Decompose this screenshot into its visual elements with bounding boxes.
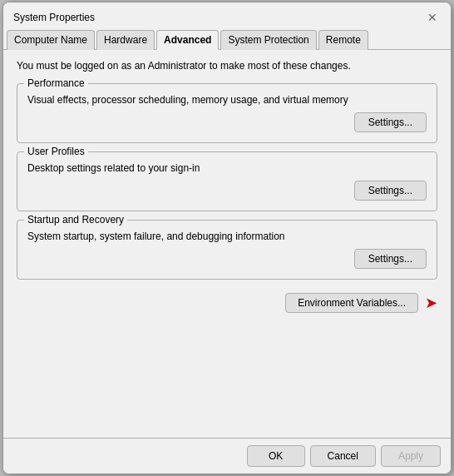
close-button[interactable]: ✕ xyxy=(424,9,441,26)
environment-variables-row: Environment Variables... ➤ xyxy=(17,293,437,313)
tab-bar: Computer Name Hardware Advanced System P… xyxy=(3,26,451,50)
user-profiles-settings-button[interactable]: Settings... xyxy=(354,181,427,201)
title-bar: System Properties ✕ xyxy=(3,2,451,26)
startup-recovery-settings-row: Settings... xyxy=(27,249,427,269)
startup-recovery-label: Startup and Recovery xyxy=(24,214,127,226)
tab-remote[interactable]: Remote xyxy=(318,30,368,50)
performance-group: Performance Visual effects, processor sc… xyxy=(17,83,437,143)
user-profiles-settings-row: Settings... xyxy=(27,181,427,201)
arrow-icon: ➤ xyxy=(425,294,437,312)
tab-content: You must be logged on as an Administrato… xyxy=(3,50,451,438)
tab-hardware[interactable]: Hardware xyxy=(96,30,155,50)
cancel-button[interactable]: Cancel xyxy=(310,445,376,467)
user-profiles-label: User Profiles xyxy=(24,146,88,157)
startup-recovery-settings-button[interactable]: Settings... xyxy=(354,249,427,269)
apply-button[interactable]: Apply xyxy=(381,445,441,467)
performance-settings-row: Settings... xyxy=(27,112,427,132)
user-profiles-desc: Desktop settings related to your sign-in xyxy=(27,162,427,174)
dialog-footer: OK Cancel Apply xyxy=(3,438,451,474)
startup-recovery-group: Startup and Recovery System startup, sys… xyxy=(17,220,437,280)
system-properties-dialog: System Properties ✕ Computer Name Hardwa… xyxy=(2,2,452,474)
startup-recovery-desc: System startup, system failure, and debu… xyxy=(27,231,427,242)
tab-advanced[interactable]: Advanced xyxy=(156,30,219,50)
tab-computer-name[interactable]: Computer Name xyxy=(7,30,95,50)
ok-button[interactable]: OK xyxy=(247,445,305,467)
user-profiles-group: User Profiles Desktop settings related t… xyxy=(17,151,437,211)
environment-variables-button[interactable]: Environment Variables... xyxy=(285,293,418,313)
admin-notice: You must be logged on as an Administrato… xyxy=(17,60,437,72)
dialog-title: System Properties xyxy=(13,12,95,23)
tab-system-protection[interactable]: System Protection xyxy=(220,30,316,50)
performance-label: Performance xyxy=(24,77,88,89)
performance-desc: Visual effects, processor scheduling, me… xyxy=(27,94,427,106)
performance-settings-button[interactable]: Settings... xyxy=(354,112,427,132)
